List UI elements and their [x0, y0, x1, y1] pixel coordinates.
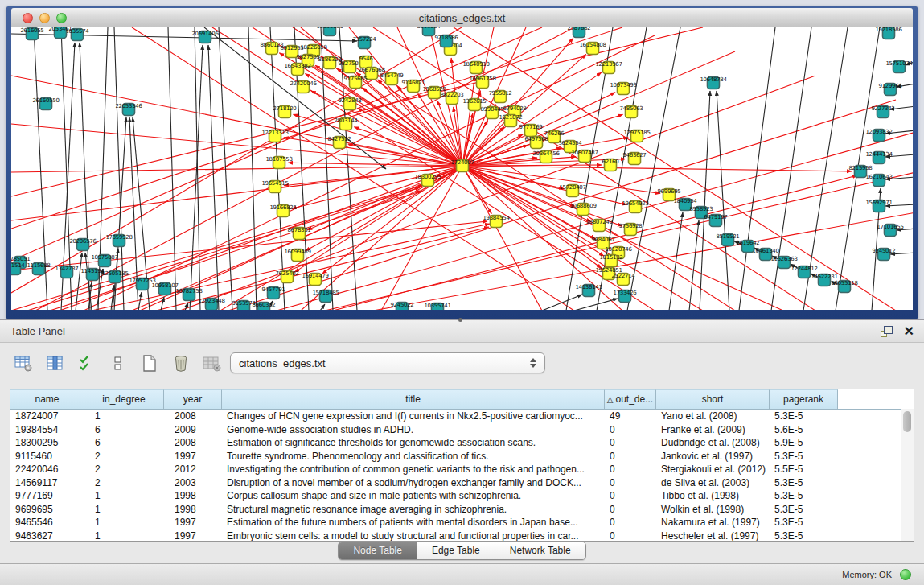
graph-node[interactable]: 22420046 [290, 80, 317, 93]
graph-node[interactable]: 18107553 [265, 156, 292, 169]
graph-node[interactable]: 16055118 [831, 280, 857, 293]
column-header-short[interactable]: short [656, 389, 770, 409]
graph-node[interactable]: 8454749 [380, 72, 403, 85]
graph-node[interactable]: 12444134 [865, 151, 893, 164]
graph-node[interactable]: 12923448 [198, 298, 224, 310]
graph-node[interactable]: 15718485 [312, 290, 339, 303]
graph-node[interactable]: 19654923 [622, 200, 648, 213]
graph-node[interactable]: 8678331 [287, 227, 310, 240]
table-row[interactable]: 1938455462009Genome-wide association stu… [10, 423, 914, 437]
network-table-select[interactable]: citations_edges.txt [230, 352, 545, 373]
graph-node[interactable]: 9146821 [401, 80, 425, 93]
network-window[interactable]: citations_edges.txt 88601238912955182260… [6, 6, 918, 319]
graph-node[interactable]: 15692971 [865, 200, 892, 212]
graph-node[interactable]: 14136141 [575, 284, 602, 297]
graph-node[interactable]: 7625402 [275, 270, 298, 283]
table-row[interactable]: 977716911998Corpus callosum shape and si… [10, 489, 914, 503]
graph-node[interactable]: 9227343 [871, 105, 894, 118]
graph-node[interactable]: 12975185 [623, 130, 650, 142]
graph-node[interactable]: 10958107 [151, 282, 178, 295]
graph-node[interactable]: 391514 [11, 262, 25, 275]
graph-node[interactable]: 16210643 [865, 174, 892, 187]
graph-node[interactable]: 62160 [602, 159, 619, 171]
graph-node[interactable]: 19166825 [269, 204, 296, 217]
table-row[interactable]: 946362711997Embryonic stem cells: a mode… [10, 529, 914, 542]
graph-node[interactable]: 9463627 [622, 152, 646, 165]
table-row[interactable]: 1872400712008Changes of HCN gene express… [10, 410, 914, 423]
zoom-button[interactable] [56, 13, 67, 23]
graph-node[interactable]: 7357224 [352, 36, 376, 49]
column-header-title[interactable]: title [222, 389, 605, 409]
tab-node-table[interactable]: Node Table [339, 542, 417, 559]
memory-status-indicator[interactable] [900, 569, 911, 580]
rows-icon[interactable] [108, 354, 129, 373]
graph-node[interactable]: 9129966 [878, 83, 902, 96]
delete-table-icon[interactable] [202, 354, 223, 373]
graph-node[interactable]: 9175685 [343, 76, 367, 89]
network-window-titlebar[interactable]: citations_edges.txt [11, 8, 913, 28]
float-panel-button[interactable] [881, 326, 893, 337]
graph-node[interactable]: 19218586 [875, 27, 902, 39]
graph-node[interactable]: 6497568 [524, 136, 548, 149]
table-row[interactable]: 911546021997Tourette syndrome. Phenomeno… [10, 450, 914, 463]
graph-node[interactable]: 20364456 [532, 150, 560, 163]
graph-node[interactable]: 10355741 [424, 303, 450, 310]
graph-node[interactable]: 8660312 [252, 302, 275, 310]
graph-node[interactable]: 15751074 [885, 60, 913, 73]
graph-node[interactable]: 12213967 [595, 61, 622, 74]
graph-node[interactable]: 17101655 [877, 224, 903, 237]
graph-node[interactable]: 22053346 [115, 103, 142, 116]
graph-node[interactable]: 16543382 [284, 63, 310, 76]
graph-node[interactable]: 16033809 [316, 27, 343, 36]
column-header-name[interactable]: name [10, 389, 84, 409]
graph-node[interactable]: 9245022 [390, 302, 413, 310]
column-select-icon[interactable] [45, 354, 66, 373]
table-row[interactable]: 969969511998Structural magnetic resonanc… [10, 503, 914, 517]
graph-node[interactable]: 15720407 [559, 184, 585, 197]
column-header-in_degree[interactable]: in_degree [84, 389, 164, 409]
table-row[interactable]: 946554611997Estimation of the future num… [10, 516, 914, 529]
minimize-button[interactable] [39, 13, 50, 23]
row-select-icon[interactable] [76, 354, 97, 373]
table-scrollbar[interactable] [901, 409, 914, 541]
graph-node[interactable]: 1342737 [55, 266, 78, 278]
graph-node[interactable]: 7485063 [619, 105, 643, 118]
attribute-settings-icon[interactable] [14, 354, 35, 373]
table-row[interactable]: 1830029562008Estimation of significance … [10, 436, 914, 450]
graph-node[interactable]: 12505185 [101, 270, 128, 283]
graph-node[interactable]: 20691406 [191, 31, 219, 43]
graph-node[interactable]: 9756928 [618, 223, 642, 236]
column-header-out_de[interactable]: △out_de... [605, 389, 656, 409]
graph-node[interactable]: 2616055 [20, 27, 43, 40]
graph-node[interactable]: 2587682 [567, 27, 590, 38]
network-canvas[interactable]: 8860123891295518226058982750516543382818… [11, 27, 913, 310]
column-header-year[interactable]: year [164, 389, 222, 409]
graph-node[interactable]: 10975887 [91, 254, 117, 267]
graph-node[interactable]: 9457791 [261, 286, 285, 299]
graph-node[interactable]: 17359928 [105, 234, 132, 247]
tab-network-table[interactable]: Network Table [495, 542, 585, 559]
graph-node[interactable]: 6479197 [704, 214, 727, 227]
delete-entry-icon[interactable] [170, 354, 191, 373]
network-graph[interactable]: 8860123891295518226058982750516543382818… [11, 27, 913, 310]
graph-node[interactable]: 26160550 [32, 97, 59, 110]
table-scrollbar-thumb[interactable] [903, 411, 911, 432]
graph-node[interactable]: 1115688 [27, 262, 50, 275]
graph-node[interactable]: 20206576 [69, 238, 97, 251]
graph-node[interactable]: 10688609 [569, 203, 596, 216]
new-table-icon[interactable] [139, 354, 160, 373]
close-button[interactable] [23, 13, 33, 23]
table-row[interactable]: 2242004622012Investigating the contribut… [10, 463, 914, 476]
tab-edge-table[interactable]: Edge Table [417, 542, 495, 559]
graph-node[interactable]: 8822203 [440, 92, 463, 105]
graph-node[interactable]: 19384554 [483, 215, 510, 228]
column-header-pagerank[interactable]: pagerank [770, 389, 838, 409]
graph-node[interactable]: 2718120 [273, 105, 296, 118]
graph-node[interactable]: 1733426 [613, 290, 637, 303]
graph-node[interactable]: 19654915 [261, 180, 288, 193]
graph-node[interactable]: 10648784 [700, 76, 727, 89]
graph-node[interactable]: 18640910 [462, 61, 489, 74]
split-divider-handle[interactable] [458, 318, 462, 322]
close-panel-button[interactable]: ✕ [904, 326, 914, 337]
graph-node[interactable]: 16914479 [302, 273, 328, 286]
